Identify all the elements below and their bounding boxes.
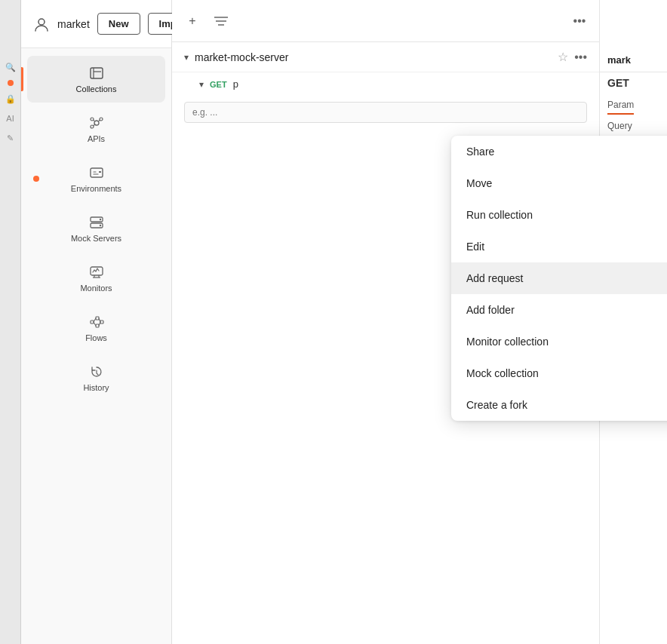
strip-icon-3: AI xyxy=(4,112,17,125)
collection-more-button[interactable]: ••• xyxy=(574,51,587,64)
environments-icon xyxy=(88,164,105,181)
menu-item-add-folder[interactable]: Add folder xyxy=(451,294,667,326)
sidebar-item-flows[interactable]: Flows xyxy=(27,305,165,351)
collections-label: Collections xyxy=(76,84,117,94)
right-tabs: Param Query xyxy=(600,94,667,137)
sidebar-header: market New Import xyxy=(21,0,171,48)
far-left-strip: 🔍 🔒 AI ✎ xyxy=(0,0,21,644)
svg-point-13 xyxy=(99,219,100,220)
filter-button[interactable] xyxy=(210,10,232,32)
svg-line-24 xyxy=(94,322,96,326)
strip-icon-2: 🔒 xyxy=(4,92,17,106)
strip-dot xyxy=(8,80,14,86)
main-area: + ••• ▾ market-mock-server ☆ ••• ▾ GET p xyxy=(172,0,599,644)
sidebar-item-apis[interactable]: APIs xyxy=(27,106,165,152)
input-area xyxy=(172,96,599,129)
svg-line-25 xyxy=(99,318,100,322)
menu-item-mock-collection[interactable]: Mock collection xyxy=(451,357,667,389)
method-badge: GET xyxy=(210,80,227,89)
strip-icon-1: 🔍 xyxy=(4,60,17,74)
svg-rect-15 xyxy=(91,267,103,275)
monitors-label: Monitors xyxy=(80,284,112,293)
svg-rect-1 xyxy=(91,68,103,78)
menu-item-monitor-collection[interactable]: Monitor collection xyxy=(451,326,667,357)
star-icon[interactable]: ☆ xyxy=(558,50,568,64)
apis-label: APIs xyxy=(88,134,105,143)
sidebar-item-history[interactable]: History xyxy=(27,354,165,401)
strip-icon-4: ✎ xyxy=(4,131,17,145)
new-button[interactable]: New xyxy=(97,13,140,35)
sidebar-item-environments[interactable]: Environments xyxy=(27,155,165,202)
menu-item-move[interactable]: Move xyxy=(451,167,667,199)
username: market xyxy=(57,18,90,30)
history-icon xyxy=(88,363,105,380)
svg-point-0 xyxy=(38,19,45,25)
svg-point-3 xyxy=(91,118,94,121)
right-tab-query[interactable]: Query xyxy=(607,118,632,134)
collection-row[interactable]: ▾ market-mock-server ☆ ••• xyxy=(172,42,599,72)
sidebar-item-mock-servers[interactable]: Mock Servers xyxy=(27,205,165,252)
svg-rect-9 xyxy=(91,168,103,177)
flows-icon xyxy=(88,314,105,330)
monitors-icon xyxy=(88,264,105,281)
right-tab-params[interactable]: Param xyxy=(607,97,634,115)
svg-line-23 xyxy=(94,318,96,322)
svg-point-14 xyxy=(99,225,100,226)
request-input[interactable] xyxy=(184,102,587,123)
svg-point-5 xyxy=(91,125,94,128)
history-label: History xyxy=(83,383,109,392)
toolbar: + ••• xyxy=(172,0,599,42)
menu-item-share[interactable]: Share xyxy=(451,136,667,167)
environment-dot xyxy=(33,176,39,182)
menu-item-create-fork[interactable]: Create a fork ⌥⌘F xyxy=(451,389,667,421)
svg-rect-21 xyxy=(96,324,99,327)
apis-icon xyxy=(88,115,105,131)
chevron-icon: ▾ xyxy=(184,52,189,63)
right-method-badge: GET xyxy=(600,72,667,94)
svg-rect-10 xyxy=(99,171,101,173)
menu-item-run-collection[interactable]: Run collection xyxy=(451,199,667,231)
sidebar: market New Import Collections xyxy=(21,0,172,644)
sidebar-item-collections[interactable]: Collections xyxy=(27,56,165,103)
environments-label: Environments xyxy=(71,184,121,193)
sub-chevron-icon: ▾ xyxy=(199,79,204,90)
svg-rect-20 xyxy=(96,317,99,320)
collection-name: market-mock-server xyxy=(195,51,552,63)
svg-line-26 xyxy=(99,322,100,326)
sidebar-item-monitors[interactable]: Monitors xyxy=(27,255,165,302)
mock-servers-label: Mock Servers xyxy=(71,234,121,243)
add-button[interactable]: + xyxy=(181,10,204,32)
flows-label: Flows xyxy=(85,333,107,342)
user-icon xyxy=(33,14,50,35)
context-menu: Share Move Run collection Edit Add reque… xyxy=(451,136,667,421)
svg-rect-22 xyxy=(100,320,103,324)
svg-rect-19 xyxy=(91,320,94,324)
request-row[interactable]: ▾ GET p xyxy=(172,72,599,96)
svg-point-4 xyxy=(100,118,103,121)
right-panel-brand: mark xyxy=(600,48,667,72)
menu-item-edit[interactable]: Edit xyxy=(451,231,667,262)
collections-icon xyxy=(88,65,105,81)
mock-servers-icon xyxy=(88,214,105,231)
request-name: p xyxy=(233,78,238,90)
menu-item-add-request[interactable]: Add request xyxy=(451,262,667,294)
toolbar-more-button[interactable]: ••• xyxy=(569,11,590,32)
nav-items: Collections APIs xyxy=(21,48,171,644)
